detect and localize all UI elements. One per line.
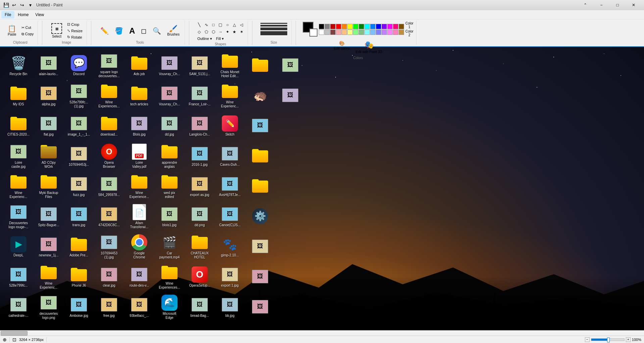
swatch-lblue[interactable] bbox=[370, 24, 376, 29]
arrow-btn[interactable]: → bbox=[217, 29, 224, 35]
desktop-icon-gimp-2-10[interactable]: 🐾gimp-2.10... bbox=[215, 232, 245, 262]
desktop-icon-107694453-1[interactable]: 🖼 107694453(1).jpg bbox=[94, 232, 124, 262]
desktop-icon-deepl[interactable]: ▶ DeepL bbox=[3, 232, 34, 262]
desktop-icon-apprendre[interactable]: apprendreanglais bbox=[154, 141, 185, 171]
desktop-icon-528e799fc-1[interactable]: 🖼 528e799fc... bbox=[3, 262, 34, 292]
swatch-cyan[interactable] bbox=[364, 24, 370, 29]
desktop-icon-loire-castle[interactable]: 🖼 Loirecastle.jpg bbox=[3, 141, 34, 171]
swatch-red[interactable] bbox=[336, 24, 341, 29]
swatch-brown[interactable] bbox=[399, 24, 404, 29]
roundrect-btn[interactable]: ▢ bbox=[217, 21, 224, 28]
swatch-gray[interactable] bbox=[325, 24, 330, 29]
redo-btn[interactable]: ↪ bbox=[19, 2, 26, 8]
desktop-icon-fuzz-jpg[interactable]: 🖼 fuzz.jpg bbox=[64, 171, 94, 201]
rotate-button[interactable]: ↻ Rotate bbox=[66, 34, 84, 40]
desktop-icon-canoe[interactable]: 🖼 Canoe(C)JS... bbox=[215, 201, 245, 232]
desktop-icon-image-bottom[interactable]: 🖼 bbox=[245, 111, 275, 141]
swatch-silver[interactable] bbox=[325, 30, 330, 35]
swatch-green[interactable] bbox=[359, 24, 364, 29]
desktop-icon-107694453j[interactable]: 🖼 107694453j... bbox=[64, 141, 94, 171]
desktop-icon-4742d6c8c[interactable]: 🖼 4742D6C8C... bbox=[94, 201, 124, 232]
zoom-handle[interactable] bbox=[607, 338, 610, 342]
desktop-icon-chateaux-hotel[interactable]: CHATEAUXHOTEL bbox=[185, 232, 215, 262]
desktop-icon-ads-job[interactable]: Ads job bbox=[124, 50, 154, 81]
desktop-icon-wine-exp5[interactable]: WineExperiences... bbox=[154, 262, 185, 292]
triangle-btn[interactable]: △ bbox=[231, 21, 238, 28]
desktop-icon-myki-backup[interactable]: Myki BackupFiles bbox=[34, 171, 64, 201]
desktop-icon-downloads[interactable]: download... bbox=[94, 111, 124, 141]
swatch-lime[interactable] bbox=[353, 24, 358, 29]
star4-btn[interactable]: ✦ bbox=[224, 29, 231, 35]
swatch-yellow[interactable] bbox=[347, 24, 353, 29]
desktop-icon-tech-articles[interactable]: tech articles bbox=[124, 81, 154, 111]
swatch-black[interactable] bbox=[319, 24, 324, 29]
desktop-icon-clear-jpg[interactable]: 🖼 clear.jpg bbox=[94, 262, 124, 292]
swatch-lred[interactable] bbox=[336, 30, 341, 35]
hex-btn[interactable]: ⬡ bbox=[210, 29, 217, 35]
desktop-icon-dd-jpg[interactable]: 🖼 dd.jpg bbox=[154, 111, 185, 141]
desktop-icon-ad-copy-work[interactable]: AD COpyWOrk bbox=[34, 141, 64, 171]
desktop-icon-vouvray-ch2[interactable]: 🖼 Vouvray_Ch... bbox=[154, 81, 185, 111]
zoom-slider[interactable] bbox=[591, 338, 625, 341]
minimize-btn[interactable]: − bbox=[594, 0, 609, 10]
desktop-icon-phone-j6[interactable]: Phone J6 bbox=[64, 262, 94, 292]
swatch-lpurple[interactable] bbox=[382, 30, 387, 35]
close-btn[interactable]: ✕ bbox=[626, 0, 641, 10]
desktop-icon-discord[interactable]: 💬 Discord bbox=[64, 50, 94, 81]
desktop-icon-chais-monet[interactable]: Chais MonetHotel Edit... bbox=[215, 50, 245, 81]
desktop-icon-vlc[interactable]: 🦔 bbox=[245, 81, 275, 111]
desktop-icon-wed-pix-edited[interactable]: wed pixedited bbox=[154, 171, 185, 201]
desktop-icon-car-payment[interactable]: 🎬Carpayment.mp4 bbox=[154, 232, 185, 262]
ribbon-collapse-btn[interactable]: ⌃ bbox=[578, 0, 593, 10]
desktop-icon-decouvertes-logo-png[interactable]: 🖼 decouverteslogo.png bbox=[34, 292, 64, 322]
text-button[interactable]: A bbox=[127, 25, 137, 37]
swatch-blue[interactable] bbox=[376, 24, 381, 29]
desktop-icon-image1[interactable]: 🖼 image_1_-_1... bbox=[64, 111, 94, 141]
desktop-icon-sam-5131[interactable]: 🖼 SAM_5131.j... bbox=[185, 50, 215, 81]
pentagon-btn[interactable]: ⬠ bbox=[203, 29, 210, 35]
swatch-white[interactable] bbox=[319, 30, 324, 35]
color2-swatch[interactable] bbox=[309, 29, 317, 37]
desktop-icon-wine-exp2[interactable]: WineExperienc... bbox=[34, 262, 64, 292]
maximize-btn[interactable]: □ bbox=[610, 0, 625, 10]
desktop-icon-opera-browser[interactable]: O OperaBrowser bbox=[94, 141, 124, 171]
desktop-icon-img-bottom3[interactable]: 🖼 bbox=[245, 292, 275, 322]
desktop-icon-alpha-jpg[interactable]: 🖼 alpha.jpg bbox=[34, 81, 64, 111]
crop-button[interactable]: ⊡ Crop bbox=[66, 21, 84, 27]
fill-button[interactable]: 🪣 bbox=[112, 26, 126, 36]
desktop-icon-cathedrale[interactable]: 🖼 cathedrale-... bbox=[3, 292, 34, 322]
rect-btn[interactable]: □ bbox=[210, 21, 217, 28]
desktop-icon-wine-exp3[interactable]: WineExperiences... bbox=[94, 81, 124, 111]
swatch-rose[interactable] bbox=[330, 30, 336, 35]
desktop-icon-img-bottom2[interactable]: 🖼 bbox=[245, 262, 275, 292]
swatch-purple[interactable] bbox=[382, 24, 387, 29]
swatch-sky[interactable] bbox=[370, 30, 376, 35]
dropdown-btn[interactable]: ▾ bbox=[27, 2, 34, 8]
swatch-mgreen[interactable] bbox=[359, 30, 364, 35]
desktop-icon-recycle-bin[interactable]: 🗑️Recycle Bin bbox=[3, 50, 34, 81]
desktop-icon-amboise-jpg[interactable]: 🖼 Amboise.jpg bbox=[64, 292, 94, 322]
desktop-icon-img-bottom1[interactable]: 🖼 bbox=[245, 232, 275, 262]
desktop-icon-langlois-ch[interactable]: 🖼 Langlois-Ch... bbox=[185, 111, 215, 141]
desktop-icon-wine-exp1[interactable]: WineExperienc... bbox=[3, 171, 34, 201]
desktop-icon-img-bottom4[interactable]: 🖼 bbox=[275, 50, 305, 81]
swatch-lblue2[interactable] bbox=[376, 30, 381, 35]
outline-btn[interactable]: Outline ▾ bbox=[196, 36, 213, 42]
desktop-icon-528e799fc-2[interactable]: 🖼 528e799fc...(1).jpg bbox=[64, 81, 94, 111]
desktop-icon-export-as[interactable]: 🖼 export as.jpg bbox=[185, 171, 215, 201]
size-1[interactable] bbox=[260, 23, 287, 24]
line-btn[interactable]: ╲ bbox=[196, 21, 203, 28]
desktop-icon-decouvertes-logo[interactable]: 🖼 Decouverteslogo rouge-... bbox=[3, 201, 34, 232]
save-quick-btn[interactable]: 💾 bbox=[3, 2, 9, 8]
swatch-orange[interactable] bbox=[342, 24, 347, 29]
desktop-icon-square-logo[interactable]: 🖼 square logodecouvertes... bbox=[94, 50, 124, 81]
desktop-icon-folder-bottom2[interactable] bbox=[245, 141, 275, 171]
menu-file[interactable]: File bbox=[1, 11, 14, 18]
desktop-icon-export-1[interactable]: 🖼 export 1.jpg bbox=[215, 262, 245, 292]
cut-button[interactable]: ✂ Cut bbox=[20, 25, 35, 31]
select-button[interactable]: ▦ Select bbox=[49, 21, 64, 40]
desktop-icon-blois-jpg[interactable]: 🖼 Blois.jpg bbox=[124, 111, 154, 141]
desktop-icon-microsoft-edge[interactable]: 🌊 MicrosoftEdge bbox=[154, 292, 185, 322]
edit-colors-btn[interactable]: 🎨 Edit colors bbox=[332, 39, 352, 55]
swatch-pink[interactable] bbox=[393, 24, 398, 29]
